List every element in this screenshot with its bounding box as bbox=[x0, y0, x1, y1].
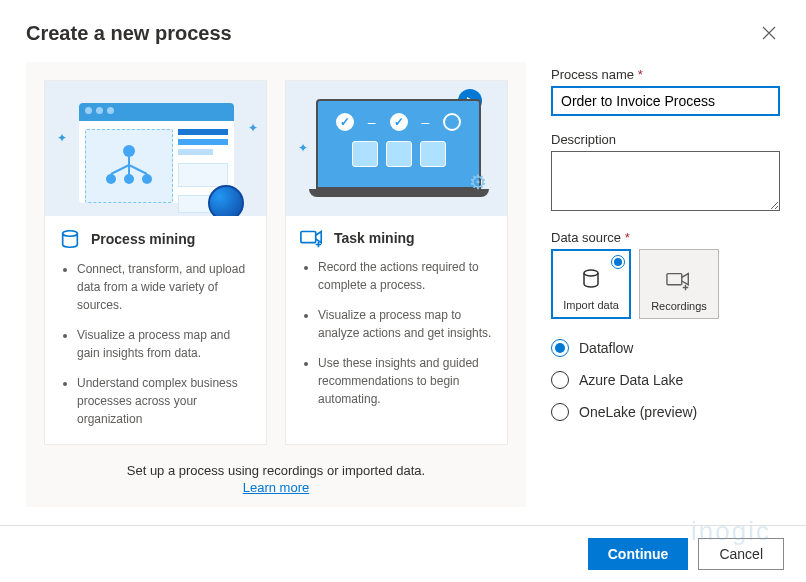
svg-point-2 bbox=[124, 174, 134, 184]
card-task-mining-graphic: ✓– ✓– ⚙ ✦ bbox=[286, 81, 507, 216]
database-icon bbox=[59, 228, 81, 250]
tile-import-data-label: Import data bbox=[563, 299, 619, 311]
data-source-label: Data source * bbox=[551, 230, 780, 245]
radio-dataflow-label: Dataflow bbox=[579, 340, 633, 356]
dialog-title: Create a new process bbox=[26, 22, 232, 45]
svg-point-3 bbox=[142, 174, 152, 184]
card-process-mining-graphic: ✦ ✦ bbox=[45, 81, 266, 216]
tile-recordings[interactable]: Recordings bbox=[639, 249, 719, 319]
radio-azure-data-lake[interactable]: Azure Data Lake bbox=[551, 371, 780, 389]
radio-adl-label: Azure Data Lake bbox=[579, 372, 683, 388]
card-task-mining[interactable]: ✓– ✓– ⚙ ✦ Task mining bbox=[285, 80, 508, 445]
gear-icon: ⚙ bbox=[469, 170, 487, 194]
helper-text: Set up a process using recordings or imp… bbox=[44, 463, 508, 478]
card-process-mining-bullets: Connect, transform, and upload data from… bbox=[59, 260, 254, 428]
tile-recordings-label: Recordings bbox=[651, 300, 707, 312]
cancel-button[interactable]: Cancel bbox=[698, 538, 784, 570]
description-input[interactable] bbox=[551, 151, 780, 211]
svg-point-0 bbox=[123, 145, 135, 157]
learn-more-link[interactable]: Learn more bbox=[243, 480, 309, 495]
svg-point-4 bbox=[63, 231, 78, 237]
radio-onelake[interactable]: OneLake (preview) bbox=[551, 403, 780, 421]
close-button[interactable] bbox=[758, 22, 780, 47]
svg-rect-7 bbox=[667, 274, 682, 285]
database-icon bbox=[579, 267, 603, 291]
info-panel: ✦ ✦ bbox=[26, 62, 526, 507]
form-panel: Process name * Description Data source *… bbox=[551, 62, 780, 507]
card-task-mining-title: Task mining bbox=[334, 230, 415, 246]
close-icon bbox=[762, 26, 776, 40]
svg-point-6 bbox=[584, 270, 598, 276]
card-process-mining[interactable]: ✦ ✦ bbox=[44, 80, 267, 445]
process-name-label: Process name * bbox=[551, 67, 780, 82]
svg-point-1 bbox=[106, 174, 116, 184]
svg-rect-5 bbox=[301, 232, 316, 243]
process-name-input[interactable] bbox=[551, 86, 780, 116]
radio-onelake-label: OneLake (preview) bbox=[579, 404, 697, 420]
description-label: Description bbox=[551, 132, 780, 147]
radio-dataflow[interactable]: Dataflow bbox=[551, 339, 780, 357]
camera-plus-icon bbox=[300, 228, 324, 248]
card-process-mining-title: Process mining bbox=[91, 231, 195, 247]
card-task-mining-bullets: Record the actions required to complete … bbox=[300, 258, 495, 408]
camera-plus-icon bbox=[666, 270, 692, 292]
continue-button[interactable]: Continue bbox=[588, 538, 689, 570]
tile-import-data[interactable]: Import data bbox=[551, 249, 631, 319]
